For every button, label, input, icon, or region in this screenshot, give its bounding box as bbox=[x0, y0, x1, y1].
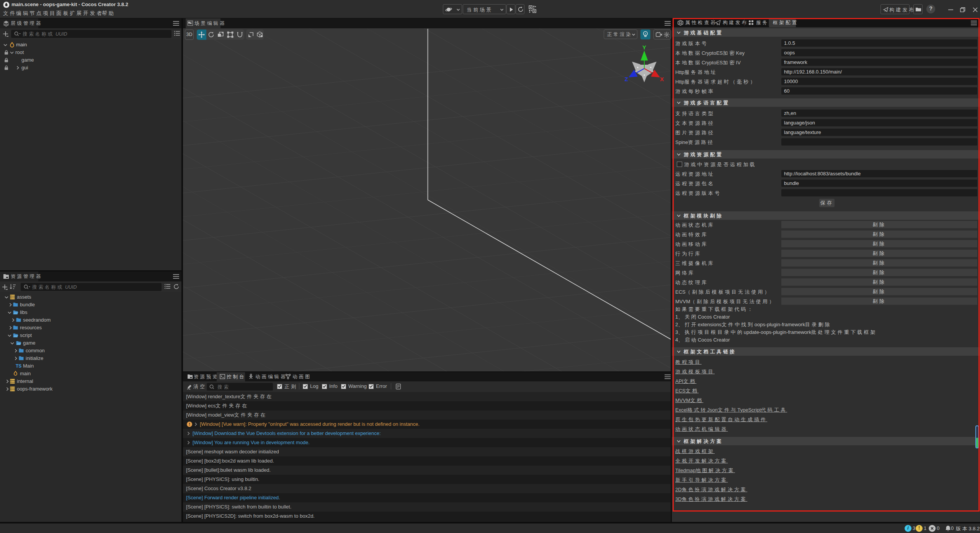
svg-text:Y: Y bbox=[642, 44, 646, 51]
svg-text:X: X bbox=[660, 76, 664, 82]
svg-text:Z: Z bbox=[624, 76, 628, 82]
